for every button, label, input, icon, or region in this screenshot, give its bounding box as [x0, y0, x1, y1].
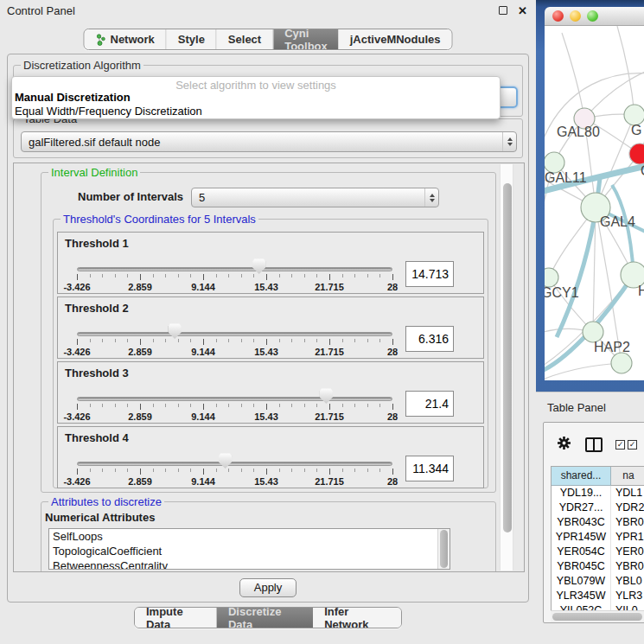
tick-label: 9.144: [191, 411, 215, 422]
table-data-combo[interactable]: galFiltered.sif default node: [21, 131, 517, 152]
slider-thumb[interactable]: [219, 453, 232, 469]
network-node[interactable]: [545, 268, 558, 287]
group-title: Threshold's Coordinates for 5 Intervals: [61, 213, 258, 226]
split-columns-icon[interactable]: [585, 437, 603, 452]
slider-ticks: -3.4262.8599.14415.4321.71528: [77, 404, 392, 423]
table-panel-title: Table Panel: [547, 401, 606, 414]
tab-select[interactable]: Select: [217, 29, 273, 49]
network-node[interactable]: [611, 353, 632, 373]
float-window-icon[interactable]: [499, 6, 507, 15]
tick-label: 9.144: [191, 476, 215, 487]
gear-icon[interactable]: [557, 436, 571, 454]
table-row[interactable]: YDL19...YDL1: [552, 486, 644, 501]
close-icon[interactable]: ✕: [518, 5, 527, 16]
threshold-4-value-field[interactable]: 11.344: [405, 456, 454, 481]
threshold-3-value-field[interactable]: 21.4: [405, 391, 454, 417]
group-title: Interval Definition: [48, 166, 140, 179]
table-row[interactable]: YLR345WYLR3: [552, 589, 644, 603]
tick-label: 15.43: [254, 282, 278, 292]
tick-label: 2.859: [128, 282, 152, 292]
table-row[interactable]: YPR145WYPR1: [552, 530, 644, 545]
checkbox-icon[interactable]: ✓: [628, 440, 637, 450]
slider-thumb[interactable]: [252, 258, 265, 274]
tab-network[interactable]: Network: [84, 29, 166, 49]
threshold-3-slider[interactable]: -3.4262.8599.14415.4321.71528: [77, 362, 392, 423]
attribute-list-item[interactable]: BetweennessCentrality: [49, 558, 450, 570]
combo-value: 5: [199, 191, 205, 204]
dropdown-option-manual[interactable]: Manual Discretization: [12, 91, 500, 105]
tick-label: 21.715: [315, 411, 344, 422]
tab-style[interactable]: Style: [167, 29, 217, 49]
checkbox-icons[interactable]: ✓ ✓: [615, 440, 637, 450]
combo-spinner-icon[interactable]: [424, 188, 438, 207]
tick-label: 21.715: [315, 347, 344, 357]
scrollbar-thumb[interactable]: [503, 183, 512, 532]
application-root: Control Panel ✕ Network Style Select Cyn…: [0, 0, 644, 644]
tick-label: 15.43: [254, 347, 278, 357]
threshold-1-slider[interactable]: -3.4262.8599.14415.4321.71528: [77, 233, 392, 293]
network-view-window: GAL80GCGAL11GAL4GCY1HHAP2: [536, 0, 644, 392]
scrollbar-thumb[interactable]: [552, 613, 642, 621]
minimize-traffic-light-icon[interactable]: [570, 10, 581, 22]
window-titlebar[interactable]: [545, 7, 644, 26]
checkbox-icon[interactable]: ✓: [615, 440, 625, 450]
threshold-4-slider[interactable]: -3.4262.8599.14415.4321.71528: [77, 427, 392, 488]
settings-scrollbar[interactable]: [500, 164, 513, 571]
number-of-intervals-label: Number of Intervals: [78, 190, 183, 203]
group-title: Discretization Algorithm: [21, 59, 143, 72]
node-label: HAP2: [594, 340, 630, 354]
settings-scroll-panel: Interval Definition Number of Intervals …: [13, 163, 525, 572]
tick-label: -3.426: [63, 282, 90, 292]
table-row[interactable]: YER054CYER0: [552, 545, 644, 559]
list-scrollbar[interactable]: [437, 529, 450, 569]
numerical-attributes-list[interactable]: SelfLoopsTopologicalCoefficientBetweenne…: [48, 528, 450, 570]
network-canvas[interactable]: GAL80GCGAL11GAL4GCY1HHAP2: [545, 26, 644, 380]
slider-thumb[interactable]: [320, 388, 333, 404]
node-label: G: [631, 123, 641, 137]
thresholds-group: Threshold's Coordinates for 5 Intervals …: [53, 219, 488, 488]
slider-track[interactable]: [77, 332, 392, 336]
tab-discretize-data[interactable]: Discretize Data: [217, 608, 313, 628]
tab-impute-data[interactable]: Impute Data: [135, 608, 217, 628]
table-panel: Table Panel: [536, 392, 644, 644]
combo-value: galFiltered.sif default node: [29, 136, 160, 149]
tick-label: -3.426: [63, 347, 90, 357]
combo-spinner-icon[interactable]: [502, 132, 516, 151]
number-of-intervals-combo[interactable]: 5: [191, 188, 439, 207]
dropdown-hint: Select algorithm to view settings: [12, 77, 500, 91]
interval-definition-group: Interval Definition Number of Intervals …: [41, 172, 496, 493]
attribute-list-item[interactable]: TopologicalCoefficient: [49, 544, 450, 558]
table-row[interactable]: YIL052CYIL0: [552, 603, 644, 610]
table-row[interactable]: YBR043CYBR0: [552, 515, 644, 530]
tick-label: 28: [387, 282, 398, 292]
threshold-2-slider[interactable]: -3.4262.8599.14415.4321.71528: [77, 297, 392, 358]
table-row[interactable]: YBR045CYBR0: [552, 559, 644, 574]
table-row[interactable]: YDR27...YDR2: [552, 501, 644, 515]
apply-button[interactable]: Apply: [239, 578, 296, 597]
table-row[interactable]: YBL079WYBL0: [552, 574, 644, 589]
table-header-row: shared... na: [552, 467, 644, 486]
tab-cyni-toolbox[interactable]: Cyni Toolbox: [273, 29, 339, 49]
column-header-name[interactable]: na: [611, 467, 644, 486]
slider-track[interactable]: [77, 397, 392, 401]
network-icon: [95, 34, 105, 46]
column-header-shared-name[interactable]: shared...: [552, 467, 611, 486]
network-node[interactable]: [629, 143, 644, 164]
tick-label: 28: [387, 347, 398, 357]
tab-jactivemnodules[interactable]: jActiveMNodules: [339, 29, 452, 49]
node-table-container: ✓ ✓ shared... na YDL19...YDL1YDR27...YDR…: [543, 422, 644, 623]
slider-track[interactable]: [77, 267, 392, 271]
threshold-1-value-field[interactable]: 14.713: [405, 261, 454, 287]
slider-track[interactable]: [77, 462, 392, 466]
threshold-2-value-field[interactable]: 6.316: [405, 326, 454, 352]
threshold-3-panel: Threshold 3 -3.4262.8599.14415.4321.7152…: [57, 361, 484, 424]
dropdown-option-equal-width[interactable]: Equal Width/Frequency Discretization: [12, 105, 500, 118]
tick-label: 2.859: [128, 411, 152, 422]
tab-infer-network[interactable]: Infer Network: [313, 608, 401, 628]
attribute-list-item[interactable]: SelfLoops: [49, 529, 450, 544]
numerical-attributes-label: Numerical Attributes: [45, 511, 155, 524]
zoom-traffic-light-icon[interactable]: [587, 10, 598, 22]
slider-thumb[interactable]: [169, 323, 182, 339]
close-traffic-light-icon[interactable]: [552, 10, 564, 22]
table-horizontal-scrollbar[interactable]: [551, 610, 644, 622]
